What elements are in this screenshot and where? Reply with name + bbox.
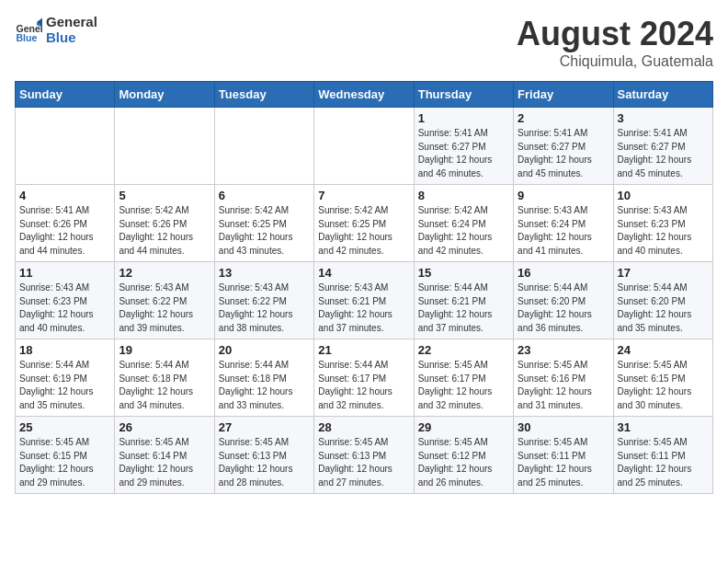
logo-icon: General Blue [15,17,42,44]
calendar-cell: 28Sunrise: 5:45 AMSunset: 6:13 PMDayligh… [314,417,414,494]
day-info: Sunrise: 5:44 AMSunset: 6:18 PMDaylight:… [119,359,210,412]
day-number: 5 [119,189,210,202]
day-number: 13 [219,266,310,280]
day-info: Sunrise: 5:43 AMSunset: 6:24 PMDaylight:… [518,204,609,258]
calendar-week-row: 18Sunrise: 5:44 AMSunset: 6:19 PMDayligh… [16,339,713,417]
day-info: Sunrise: 5:41 AMSunset: 6:26 PMDaylight:… [19,204,110,258]
day-number: 26 [119,420,210,434]
day-info: Sunrise: 5:44 AMSunset: 6:21 PMDaylight:… [418,282,509,335]
calendar-cell: 8Sunrise: 5:42 AMSunset: 6:24 PMDaylight… [414,185,513,262]
calendar-header-thursday: Thursday [414,82,513,108]
calendar-cell [214,108,313,185]
calendar-cell: 20Sunrise: 5:44 AMSunset: 6:18 PMDayligh… [214,339,313,417]
day-number: 17 [618,266,709,280]
day-info: Sunrise: 5:42 AMSunset: 6:26 PMDaylight:… [119,204,210,258]
day-info: Sunrise: 5:43 AMSunset: 6:21 PMDaylight:… [318,282,409,335]
title-area: August 2024 Chiquimula, Guatemala [517,15,713,70]
calendar-cell: 19Sunrise: 5:44 AMSunset: 6:18 PMDayligh… [115,339,214,417]
calendar-cell: 13Sunrise: 5:43 AMSunset: 6:22 PMDayligh… [214,262,313,339]
day-number: 20 [219,343,310,357]
calendar-cell: 14Sunrise: 5:43 AMSunset: 6:21 PMDayligh… [314,262,414,339]
day-info: Sunrise: 5:42 AMSunset: 6:25 PMDaylight:… [219,204,310,258]
day-number: 25 [19,420,110,434]
calendar-header-monday: Monday [115,82,214,108]
day-info: Sunrise: 5:45 AMSunset: 6:13 PMDaylight:… [318,436,409,489]
calendar-cell: 7Sunrise: 5:42 AMSunset: 6:25 PMDaylight… [314,185,414,262]
day-number: 2 [518,111,609,125]
day-info: Sunrise: 5:44 AMSunset: 6:18 PMDaylight:… [219,359,310,412]
day-info: Sunrise: 5:45 AMSunset: 6:12 PMDaylight:… [418,436,509,489]
calendar-header-friday: Friday [514,82,613,108]
calendar-header-saturday: Saturday [613,82,712,108]
day-info: Sunrise: 5:45 AMSunset: 6:14 PMDaylight:… [119,436,210,489]
day-info: Sunrise: 5:45 AMSunset: 6:15 PMDaylight:… [19,436,110,489]
calendar-cell: 22Sunrise: 5:45 AMSunset: 6:17 PMDayligh… [414,339,513,417]
day-info: Sunrise: 5:43 AMSunset: 6:22 PMDaylight:… [219,282,310,335]
day-info: Sunrise: 5:43 AMSunset: 6:23 PMDaylight:… [618,204,709,258]
day-info: Sunrise: 5:45 AMSunset: 6:16 PMDaylight:… [518,359,609,412]
calendar-cell: 15Sunrise: 5:44 AMSunset: 6:21 PMDayligh… [414,262,513,339]
calendar-header-wednesday: Wednesday [314,82,414,108]
day-number: 27 [219,420,310,434]
day-info: Sunrise: 5:45 AMSunset: 6:13 PMDaylight:… [219,436,310,489]
day-info: Sunrise: 5:41 AMSunset: 6:27 PMDaylight:… [618,127,709,180]
calendar-cell [16,108,115,185]
day-number: 21 [318,343,409,357]
svg-text:Blue: Blue [17,32,38,43]
calendar-cell: 30Sunrise: 5:45 AMSunset: 6:11 PMDayligh… [514,417,613,494]
calendar-cell: 24Sunrise: 5:45 AMSunset: 6:15 PMDayligh… [613,339,712,417]
calendar-cell: 5Sunrise: 5:42 AMSunset: 6:26 PMDaylight… [115,185,214,262]
day-number: 9 [518,189,609,202]
calendar-week-row: 4Sunrise: 5:41 AMSunset: 6:26 PMDaylight… [16,185,713,262]
day-number: 12 [119,266,210,280]
day-info: Sunrise: 5:42 AMSunset: 6:24 PMDaylight:… [418,204,509,258]
day-info: Sunrise: 5:44 AMSunset: 6:17 PMDaylight:… [318,359,409,412]
day-number: 22 [418,343,509,357]
calendar-cell: 10Sunrise: 5:43 AMSunset: 6:23 PMDayligh… [613,185,712,262]
calendar-body: 1Sunrise: 5:41 AMSunset: 6:27 PMDaylight… [16,108,713,494]
day-number: 24 [618,343,709,357]
calendar-cell: 31Sunrise: 5:45 AMSunset: 6:11 PMDayligh… [613,417,712,494]
calendar-cell: 1Sunrise: 5:41 AMSunset: 6:27 PMDaylight… [414,108,513,185]
logo: General Blue General Blue [15,15,97,45]
calendar-week-row: 1Sunrise: 5:41 AMSunset: 6:27 PMDaylight… [16,108,713,185]
day-number: 11 [19,266,110,280]
calendar-cell: 23Sunrise: 5:45 AMSunset: 6:16 PMDayligh… [514,339,613,417]
day-number: 30 [518,420,609,434]
day-number: 8 [418,189,509,202]
day-info: Sunrise: 5:43 AMSunset: 6:23 PMDaylight:… [19,282,110,335]
day-info: Sunrise: 5:45 AMSunset: 6:11 PMDaylight:… [618,436,709,489]
day-number: 16 [518,266,609,280]
logo-general: General [46,15,97,30]
calendar-header-row: SundayMondayTuesdayWednesdayThursdayFrid… [16,82,713,108]
day-number: 3 [618,111,709,125]
calendar-cell: 26Sunrise: 5:45 AMSunset: 6:14 PMDayligh… [115,417,214,494]
calendar-cell: 25Sunrise: 5:45 AMSunset: 6:15 PMDayligh… [16,417,115,494]
day-info: Sunrise: 5:45 AMSunset: 6:11 PMDaylight:… [518,436,609,489]
header: General Blue General Blue August 2024 Ch… [15,15,713,70]
day-info: Sunrise: 5:44 AMSunset: 6:20 PMDaylight:… [618,282,709,335]
calendar-cell: 9Sunrise: 5:43 AMSunset: 6:24 PMDaylight… [514,185,613,262]
day-info: Sunrise: 5:42 AMSunset: 6:25 PMDaylight:… [318,204,409,258]
main-title: August 2024 [517,15,713,53]
day-info: Sunrise: 5:43 AMSunset: 6:22 PMDaylight:… [119,282,210,335]
day-info: Sunrise: 5:45 AMSunset: 6:17 PMDaylight:… [418,359,509,412]
logo-blue: Blue [46,30,97,46]
day-number: 7 [318,189,409,202]
day-number: 15 [418,266,509,280]
day-info: Sunrise: 5:44 AMSunset: 6:20 PMDaylight:… [518,282,609,335]
calendar-cell: 2Sunrise: 5:41 AMSunset: 6:27 PMDaylight… [514,108,613,185]
subtitle: Chiquimula, Guatemala [517,53,713,70]
day-number: 31 [618,420,709,434]
day-number: 4 [19,189,110,202]
day-number: 1 [418,111,509,125]
day-number: 18 [19,343,110,357]
calendar-cell: 18Sunrise: 5:44 AMSunset: 6:19 PMDayligh… [16,339,115,417]
calendar-cell: 11Sunrise: 5:43 AMSunset: 6:23 PMDayligh… [16,262,115,339]
day-info: Sunrise: 5:44 AMSunset: 6:19 PMDaylight:… [19,359,110,412]
calendar-cell: 6Sunrise: 5:42 AMSunset: 6:25 PMDaylight… [214,185,313,262]
calendar-cell: 4Sunrise: 5:41 AMSunset: 6:26 PMDaylight… [16,185,115,262]
calendar-cell [115,108,214,185]
calendar-cell: 17Sunrise: 5:44 AMSunset: 6:20 PMDayligh… [613,262,712,339]
day-info: Sunrise: 5:41 AMSunset: 6:27 PMDaylight:… [518,127,609,180]
